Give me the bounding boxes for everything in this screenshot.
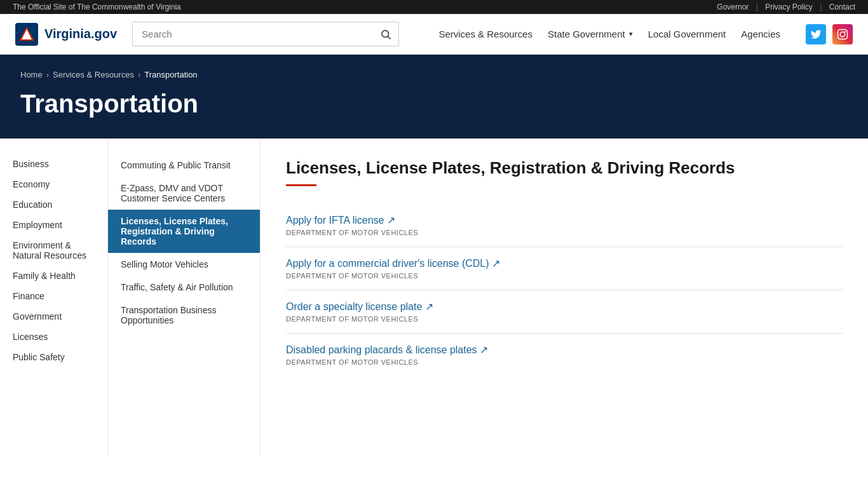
top-bar-links: Governor | Privacy Policy | Contact — [712, 3, 855, 11]
content-area: Licenses, License Plates, Registration &… — [261, 139, 868, 456]
main-content: BusinessEconomyEducationEmploymentEnviro… — [0, 139, 868, 456]
svg-point-6 — [840, 32, 845, 37]
content-items-list: Apply for IFTA license ↗DEPARTMENT OF MO… — [286, 204, 843, 376]
svg-line-4 — [388, 36, 390, 39]
sidebar-left-item[interactable]: Finance — [0, 286, 107, 306]
sidebar-left-item[interactable]: Licenses — [0, 327, 107, 347]
sidebar-mid-item[interactable]: Licenses, License Plates, Registration &… — [108, 210, 260, 253]
nav-agencies[interactable]: Agencies — [741, 29, 780, 39]
header: Virginia.gov Services & Resources State … — [0, 14, 868, 55]
svg-point-7 — [844, 30, 846, 32]
sidebar-mid-item[interactable]: Traffic, Safety & Air Pollution — [108, 276, 260, 299]
content-item-link[interactable]: Apply for IFTA license ↗ — [286, 214, 395, 226]
sidebar-left-item[interactable]: Public Safety — [0, 347, 107, 367]
sidebar-mid-item[interactable]: E-Zpass, DMV and VDOT Customer Service C… — [108, 177, 260, 210]
sidebar-mid-item[interactable]: Transportation Business Opportunities — [108, 299, 260, 332]
search-input[interactable] — [132, 22, 399, 46]
content-item-department: DEPARTMENT OF MOTOR VEHICLES — [286, 272, 843, 280]
nav-state-gov[interactable]: State Government ▾ — [548, 29, 633, 39]
search-icon — [380, 29, 391, 40]
search-button[interactable] — [372, 22, 399, 46]
svg-point-3 — [382, 30, 389, 37]
content-item: Disabled parking placards & license plat… — [286, 334, 843, 376]
content-title-underline — [286, 184, 316, 186]
logo-link[interactable]: Virginia.gov — [15, 23, 117, 46]
logo-text: Virginia.gov — [44, 27, 117, 41]
breadcrumb-services[interactable]: Services & Resources — [53, 70, 134, 79]
nav-local-gov[interactable]: Local Government — [648, 29, 726, 39]
sidebar-left-item[interactable]: Government — [0, 306, 107, 327]
chevron-down-icon: ▾ — [629, 30, 633, 38]
sidebar-mid: Commuting & Public TransitE-Zpass, DMV a… — [108, 139, 261, 456]
governor-link[interactable]: Governor — [717, 3, 749, 11]
sidebar-left-item[interactable]: Education — [0, 194, 107, 215]
sidebar-left-item[interactable]: Business — [0, 154, 107, 174]
top-bar: The Official Site of The Commonwealth of… — [0, 0, 868, 14]
svg-rect-5 — [838, 29, 848, 39]
breadcrumb-current: Transportation — [144, 70, 197, 79]
content-item-department: DEPARTMENT OF MOTOR VEHICLES — [286, 358, 843, 366]
sidebar-left: BusinessEconomyEducationEmploymentEnviro… — [0, 139, 108, 456]
sidebar-mid-item[interactable]: Selling Motor Vehicles — [108, 253, 260, 276]
hero-section: Home › Services & Resources › Transporta… — [0, 55, 868, 139]
content-item-link[interactable]: Disabled parking placards & license plat… — [286, 344, 488, 356]
breadcrumb: Home › Services & Resources › Transporta… — [20, 70, 848, 79]
content-item-link[interactable]: Apply for a commercial driver's license … — [286, 257, 500, 269]
sidebar-left-item[interactable]: Employment — [0, 215, 107, 235]
nav-services[interactable]: Services & Resources — [438, 29, 532, 39]
main-nav: Services & Resources State Government ▾ … — [438, 29, 780, 39]
search-container — [132, 22, 399, 46]
sidebar-left-item[interactable]: Family & Health — [0, 266, 107, 286]
instagram-icon — [837, 29, 848, 40]
social-icons — [806, 24, 853, 44]
twitter-link[interactable] — [806, 24, 826, 44]
content-item: Apply for a commercial driver's license … — [286, 247, 843, 290]
sidebar-left-item[interactable]: Economy — [0, 174, 107, 194]
virginia-logo-icon — [15, 23, 38, 46]
content-item: Apply for IFTA license ↗DEPARTMENT OF MO… — [286, 204, 843, 247]
twitter-icon — [810, 29, 822, 40]
sidebar-left-item[interactable]: Environment & Natural Resources — [0, 235, 107, 266]
contact-link[interactable]: Contact — [829, 3, 855, 11]
content-item-link[interactable]: Order a specialty license plate ↗ — [286, 301, 433, 313]
content-item-department: DEPARTMENT OF MOTOR VEHICLES — [286, 315, 843, 323]
page-title: Transportation — [20, 90, 848, 118]
instagram-link[interactable] — [832, 24, 853, 44]
content-item: Order a specialty license plate ↗DEPARTM… — [286, 290, 843, 334]
sidebar-mid-item[interactable]: Commuting & Public Transit — [108, 154, 260, 177]
content-title: Licenses, License Plates, Registration &… — [286, 158, 843, 179]
breadcrumb-sep1: › — [46, 70, 49, 79]
official-text: The Official Site of The Commonwealth of… — [13, 3, 181, 11]
content-item-department: DEPARTMENT OF MOTOR VEHICLES — [286, 229, 843, 236]
breadcrumb-home[interactable]: Home — [20, 70, 43, 79]
privacy-link[interactable]: Privacy Policy — [765, 3, 813, 11]
breadcrumb-sep2: › — [138, 70, 140, 79]
